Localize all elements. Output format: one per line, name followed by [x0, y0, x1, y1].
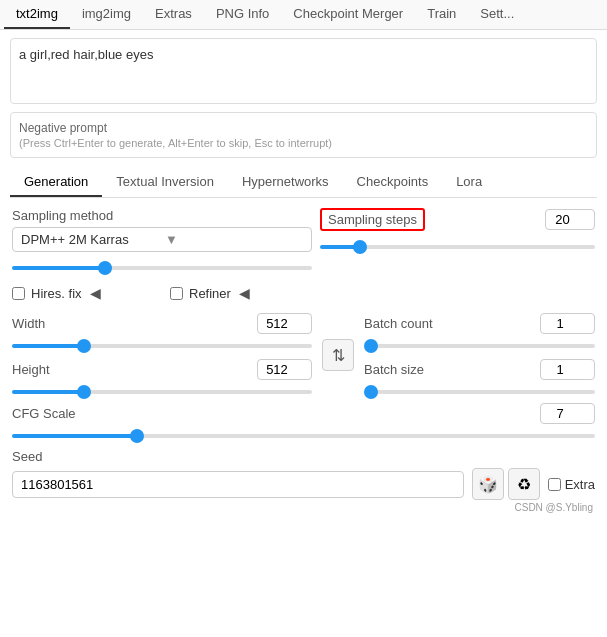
width-slider[interactable]: [12, 344, 312, 348]
width-height-left: Width Height: [12, 313, 312, 397]
extra-checkbox-wrap: Extra: [548, 477, 595, 492]
extra-checkbox[interactable]: [548, 478, 561, 491]
hires-fix-checkbox[interactable]: [12, 287, 25, 300]
main-content: Negative prompt (Press Ctrl+Enter to gen…: [0, 30, 607, 523]
sampling-steps-col: Sampling steps: [320, 208, 595, 256]
refiner-checkbox[interactable]: [170, 287, 183, 300]
height-label: Height: [12, 362, 50, 377]
width-label: Width: [12, 316, 45, 331]
swap-dimensions-button[interactable]: ⇅: [322, 339, 354, 371]
positive-prompt-input[interactable]: [19, 47, 588, 92]
seed-section: Seed 🎲 ♻ Extra: [12, 449, 595, 500]
tab-generation[interactable]: Generation: [10, 168, 102, 197]
sampling-steps-input[interactable]: [545, 209, 595, 230]
seed-label: Seed: [12, 449, 595, 464]
extra-label: Extra: [565, 477, 595, 492]
sampling-method-slider-container: [12, 258, 312, 273]
watermark: CSDN @S.Ybling: [10, 500, 597, 515]
sampling-method-value: DPM++ 2M Karras: [21, 232, 159, 247]
tab-hypernetworks[interactable]: Hypernetworks: [228, 168, 343, 197]
negative-prompt-hint: (Press Ctrl+Enter to generate, Alt+Enter…: [19, 137, 588, 149]
sampling-steps-label: Sampling steps: [320, 208, 425, 231]
nav-img2img[interactable]: img2img: [70, 0, 143, 29]
height-slider[interactable]: [12, 390, 312, 394]
batch-right: Batch count Batch size: [364, 313, 595, 397]
width-input[interactable]: [257, 313, 312, 334]
hires-fix-label: Hires. fix: [31, 286, 82, 301]
swap-button-container: ⇅: [320, 313, 356, 397]
negative-prompt-label: Negative prompt: [19, 121, 588, 135]
sampling-steps-slider[interactable]: [320, 245, 595, 249]
seed-dice-button[interactable]: 🎲: [472, 468, 504, 500]
negative-prompt-box: Negative prompt (Press Ctrl+Enter to gen…: [10, 112, 597, 158]
sampling-method-col: Sampling method DPM++ 2M Karras ▼: [12, 208, 312, 277]
refiner-label: Refiner: [189, 286, 231, 301]
refiner-box: Refiner ◀: [170, 283, 595, 303]
cfg-scale-label-value: CFG Scale: [12, 403, 595, 424]
height-input[interactable]: [257, 359, 312, 380]
hires-fix-box: Hires. fix ◀: [12, 283, 162, 303]
width-label-value: Width: [12, 313, 312, 334]
controls-panel: Sampling method DPM++ 2M Karras ▼ Sampli…: [10, 208, 597, 500]
tab-lora[interactable]: Lora: [442, 168, 496, 197]
tab-checkpoints[interactable]: Checkpoints: [343, 168, 443, 197]
batch-count-label: Batch count: [364, 316, 433, 331]
batch-size-label: Batch size: [364, 362, 424, 377]
nav-settings[interactable]: Sett...: [468, 0, 526, 29]
generation-tabs: Generation Textual Inversion Hypernetwor…: [10, 168, 597, 198]
seed-input[interactable]: [12, 471, 464, 498]
seed-icons: 🎲 ♻: [472, 468, 540, 500]
cfg-scale-row: CFG Scale: [12, 403, 595, 441]
width-height-area: Width Height ⇅ Batch count: [12, 313, 595, 397]
batch-size-label-value: Batch size: [364, 359, 595, 380]
batch-size-input[interactable]: [540, 359, 595, 380]
cfg-scale-input[interactable]: [540, 403, 595, 424]
dropdown-arrow-icon: ▼: [165, 232, 303, 247]
tab-textual-inversion[interactable]: Textual Inversion: [102, 168, 228, 197]
batch-count-input[interactable]: [540, 313, 595, 334]
seed-row: 🎲 ♻ Extra: [12, 468, 595, 500]
seed-recycle-button[interactable]: ♻: [508, 468, 540, 500]
nav-extras[interactable]: Extras: [143, 0, 204, 29]
sampling-method-label: Sampling method: [12, 208, 312, 223]
nav-checkpoint-merger[interactable]: Checkpoint Merger: [281, 0, 415, 29]
batch-size-slider[interactable]: [364, 390, 595, 394]
nav-txt2img[interactable]: txt2img: [4, 0, 70, 29]
top-navigation: txt2img img2img Extras PNG Info Checkpoi…: [0, 0, 607, 30]
nav-train[interactable]: Train: [415, 0, 468, 29]
batch-count-label-value: Batch count: [364, 313, 595, 334]
nav-png-info[interactable]: PNG Info: [204, 0, 281, 29]
sampling-method-dropdown[interactable]: DPM++ 2M Karras ▼: [12, 227, 312, 252]
sampling-steps-header: Sampling steps: [320, 208, 595, 231]
positive-prompt-box: [10, 38, 597, 104]
hires-fix-expand-button[interactable]: ◀: [88, 283, 103, 303]
sampling-steps-slider-container: [320, 237, 595, 252]
hires-refiner-row: Hires. fix ◀ Refiner ◀: [12, 283, 595, 303]
cfg-scale-label: CFG Scale: [12, 406, 76, 421]
sampling-row: Sampling method DPM++ 2M Karras ▼ Sampli…: [12, 208, 595, 277]
cfg-scale-slider[interactable]: [12, 434, 595, 438]
seed-input-wrap: [12, 471, 464, 498]
batch-count-slider[interactable]: [364, 344, 595, 348]
height-label-value: Height: [12, 359, 312, 380]
sampling-method-slider[interactable]: [12, 266, 312, 270]
refiner-expand-button[interactable]: ◀: [237, 283, 252, 303]
